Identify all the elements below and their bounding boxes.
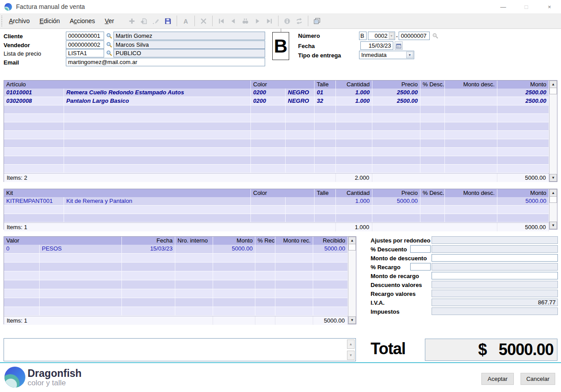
kits-table-cell-color_codigo [251, 206, 286, 214]
accept-button[interactable]: Aceptar [481, 373, 514, 385]
edit-icon[interactable] [150, 15, 162, 27]
articles-table-cell-cantidad [336, 105, 372, 114]
kits-table-row-1[interactable]: KITREMPANT001Kit de Remera y Pantalon1.0… [4, 197, 549, 206]
search-icon[interactable] [239, 15, 251, 27]
menu-acciones[interactable]: Acciones [65, 16, 100, 25]
calculator-icon[interactable] [311, 15, 323, 27]
valores-table-cell-recibido [313, 298, 348, 307]
pct-descuento-input[interactable] [410, 245, 431, 253]
next-record-icon[interactable] [251, 15, 263, 27]
add-icon[interactable] [126, 15, 138, 27]
valores-table-col-recibido: Recibido [313, 237, 348, 245]
articles-table-row-1[interactable]: 01010001Remera Cuello Redondo Estampado … [4, 89, 549, 97]
first-record-icon[interactable] [215, 15, 227, 27]
lista-precio-search-icon[interactable] [106, 50, 113, 57]
articles-table-cell-descripcion [64, 156, 251, 165]
valores-table-cell-fecha [122, 280, 175, 289]
scroll-thumb[interactable] [549, 197, 557, 203]
menu-edicion[interactable]: Edición [35, 16, 65, 25]
pct-descuento-field [432, 245, 558, 253]
kits-table-cell-codigo [4, 214, 64, 222]
maximize-button[interactable]: □ [515, 0, 538, 13]
valores-table-cell-monto_rec [275, 263, 313, 271]
transfer-icon[interactable] [293, 15, 305, 27]
save-icon[interactable] [162, 15, 174, 27]
notes-scroll-up-icon[interactable]: ▲ [347, 339, 355, 349]
articles-table-row-2[interactable]: 03020008Pantalon Largo Basico0200NEGRO32… [4, 97, 549, 105]
font-icon[interactable]: A [180, 15, 192, 27]
valores-table-row-1[interactable]: 0PESOS15/03/235000.005000.00 [4, 245, 348, 254]
kits-table-cell-precio [372, 206, 420, 214]
close-button[interactable]: × [538, 0, 561, 13]
articles-table-cell-pct_desc [420, 122, 445, 131]
monto-descuento-input[interactable] [432, 254, 558, 262]
articles-table-footer-cell: Items: 2 [4, 174, 336, 182]
calendar-icon[interactable] [395, 41, 403, 50]
scroll-up-icon[interactable]: ▲ [348, 237, 356, 244]
kits-table-cell-color_nombre [286, 197, 315, 206]
invoice-letter-box: B [272, 32, 289, 60]
kits-table-cell-monto_desc [445, 197, 497, 206]
previous-record-icon[interactable] [227, 15, 239, 27]
brand-tagline: color y talle [28, 379, 81, 388]
title-bar: Factura manual de venta — □ × [0, 0, 561, 13]
scroll-down-icon[interactable]: ▼ [348, 316, 356, 324]
email-input[interactable] [66, 58, 265, 66]
articles-table-cell-color_nombre [286, 114, 315, 122]
articles-table-cell-precio: 2500.00 [372, 89, 420, 97]
info-icon[interactable] [281, 15, 293, 27]
valores-table-cell-fecha [122, 263, 175, 271]
kits-table-col-cantidad: Cantidad [336, 189, 372, 197]
numero-numero-input[interactable] [399, 32, 430, 40]
scroll-thumb[interactable] [348, 244, 356, 251]
valores-table-cell-monto: 5000.00 [213, 245, 255, 254]
kits-table-cell-precio [372, 214, 420, 222]
duplicate-icon[interactable] [138, 15, 150, 27]
kits-table-cell-cantidad [336, 206, 372, 214]
kits-scrollbar: ▲ ▼ [549, 189, 557, 229]
vendedor-search-icon[interactable] [106, 41, 113, 48]
valores-table-cell-nombre [40, 280, 122, 289]
lista-precio-code-input[interactable] [66, 49, 104, 57]
menu-ver[interactable]: Ver [100, 16, 119, 25]
scroll-thumb[interactable] [549, 88, 557, 94]
cliente-code-input[interactable] [66, 32, 104, 40]
minimize-button[interactable]: — [492, 0, 515, 13]
cancel-button[interactable]: Cancelar [521, 373, 555, 385]
kits-table-cell-monto_desc [445, 214, 497, 222]
scroll-down-icon[interactable]: ▼ [549, 222, 557, 229]
descuento-valores-field [432, 281, 558, 288]
scroll-down-icon[interactable]: ▼ [549, 174, 557, 182]
valores-table: ValorFechaNro. internoMonto% Rec.Monto r… [4, 236, 356, 324]
valores-table-cell-fecha [122, 271, 175, 280]
valores-table-empty-row [4, 298, 348, 307]
kits-table-footer-cell [372, 223, 497, 231]
kits-table-cell-color_nombre [286, 214, 315, 222]
valores-table-cell-codigo [4, 254, 40, 263]
valores-table-cell-nombre [40, 263, 122, 271]
menu-archivo[interactable]: Archivo [4, 16, 35, 25]
monto-recargo-input[interactable] [432, 272, 558, 279]
scroll-up-icon[interactable]: ▲ [549, 189, 557, 197]
tipo-entrega-dropdown-icon[interactable]: ▼ [406, 52, 413, 58]
vendedor-code-input[interactable] [66, 40, 104, 49]
toolbar: A [126, 15, 323, 27]
pct-recargo-input[interactable] [410, 263, 431, 271]
articles-table-cell-monto_desc [445, 156, 497, 165]
numero-separator: - [396, 33, 398, 40]
cliente-search-icon[interactable] [106, 32, 113, 40]
notes-scroll-down-icon[interactable]: ▼ [347, 351, 355, 360]
delete-icon[interactable] [198, 15, 210, 27]
articles-table-col-articulo: Artículo [4, 81, 251, 89]
punto-venta-dropdown-icon[interactable]: ▼ [389, 32, 394, 39]
cliente-name-field: Martín Gomez [113, 32, 265, 40]
kits-table-cell-cantidad [336, 214, 372, 222]
valores-table-cell-recibido [313, 271, 348, 280]
fecha-input[interactable] [360, 41, 393, 50]
observations-textarea[interactable]: ▲ ▼ [4, 338, 356, 361]
total-label: Total [371, 339, 405, 358]
valores-table-cell-recibido [313, 254, 348, 263]
last-record-icon[interactable] [263, 15, 275, 27]
numero-letra-input[interactable] [359, 32, 367, 40]
scroll-up-icon[interactable]: ▲ [549, 81, 557, 88]
